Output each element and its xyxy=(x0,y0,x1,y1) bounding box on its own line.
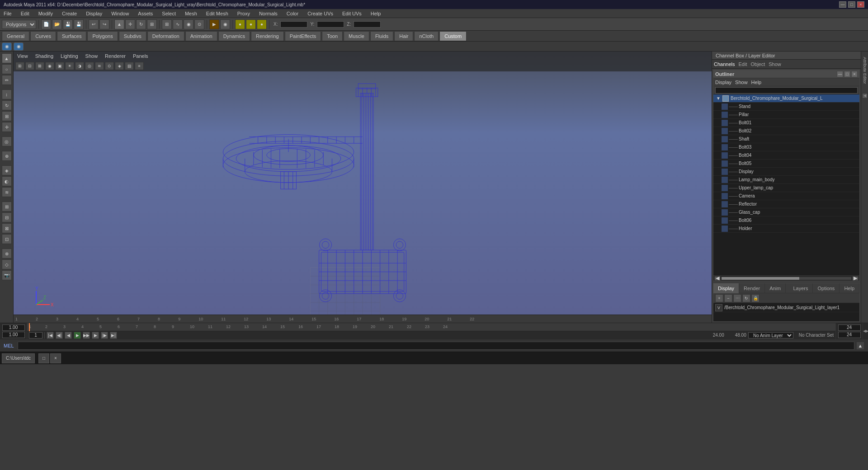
move-tool-left[interactable]: ↕ xyxy=(2,89,12,99)
transform-tool[interactable]: ✛ xyxy=(2,122,12,132)
le-tab-help[interactable]: Help xyxy=(840,283,859,293)
vp-lights[interactable]: ☀ xyxy=(65,62,74,70)
paint-tool[interactable]: ✏ xyxy=(2,75,12,85)
next-key-btn[interactable]: |▶ xyxy=(101,332,108,339)
ol-item-bolt01[interactable]: —— Bolt01 xyxy=(713,119,859,127)
le-new-layer[interactable]: + xyxy=(715,294,723,302)
vp-shadows[interactable]: ◑ xyxy=(75,62,84,70)
go-end-btn[interactable]: ▶| xyxy=(110,332,117,339)
taskbar-minimize[interactable]: □ xyxy=(38,353,49,363)
go-start-btn[interactable]: |◀ xyxy=(47,332,54,339)
menu-edit[interactable]: Edit xyxy=(19,11,31,16)
viewport[interactable]: View Shading Lighting Show Renderer Pane… xyxy=(14,52,712,323)
cloth-tool[interactable]: ≋ xyxy=(2,187,12,197)
taskbar-app-btn[interactable]: C:\Users\tdc xyxy=(2,353,35,363)
ol-item-glass-cap[interactable]: —— Glass_cap xyxy=(713,208,859,216)
menu-proxy[interactable]: Proxy xyxy=(236,11,252,16)
vp-smooth[interactable]: ◉ xyxy=(45,62,54,70)
grid-btn[interactable]: ⊞ xyxy=(2,202,12,212)
rotate-tool-left[interactable]: ↻ xyxy=(2,100,12,110)
show-manip[interactable]: ⊕ xyxy=(2,151,12,161)
scroll-left-btn[interactable]: ◀ xyxy=(714,276,721,281)
minimize-btn[interactable]: — xyxy=(839,1,846,8)
menu-file[interactable]: File xyxy=(2,11,14,16)
menu-edit-uvs[interactable]: Edit UVs xyxy=(340,11,363,16)
le-tab-display[interactable]: Display xyxy=(713,283,739,293)
attr-editor-label[interactable]: Attribute Editor xyxy=(863,57,867,84)
cb-tab-show[interactable]: Show xyxy=(769,61,781,67)
sculpt-tool[interactable]: ◐ xyxy=(2,176,12,186)
prev-frame-btn[interactable]: ◀ xyxy=(65,332,72,339)
layer-item-1[interactable]: V /Berchtold_Chromophare_Modular_Surgica… xyxy=(713,303,859,312)
cb-tab-channels[interactable]: Channels xyxy=(714,61,735,67)
outliner-search-input[interactable] xyxy=(715,87,858,94)
vp-ao[interactable]: ◎ xyxy=(85,62,94,70)
outliner-min-btn[interactable]: — xyxy=(837,71,843,77)
ol-item-root[interactable]: ▼ Berchtold_Chromophare_Modular_Surgical… xyxy=(713,94,859,103)
ol-item-bolt04[interactable]: —— Bolt04 xyxy=(713,151,859,160)
timeline[interactable]: 1 2 3 4 5 6 7 8 9 10 11 12 13 14 15 16 1… xyxy=(27,323,835,339)
rotate-tool[interactable]: ↻ xyxy=(136,19,146,29)
tab-deformation[interactable]: Deformation xyxy=(147,31,184,41)
render-btn[interactable]: ▶ xyxy=(209,19,219,29)
tab-subdivs[interactable]: Subdivs xyxy=(119,31,146,41)
start-frame-input2[interactable] xyxy=(2,332,25,338)
window-controls[interactable]: — □ × xyxy=(839,1,864,8)
menu-select[interactable]: Select xyxy=(160,11,178,16)
viewport-show-menu[interactable]: Show xyxy=(85,53,98,59)
prev-key-btn[interactable]: ◀| xyxy=(56,332,63,339)
anim-layer-select[interactable]: No Anim Layer xyxy=(748,332,793,338)
scale-tool-left[interactable]: ⊞ xyxy=(2,111,12,121)
tab-rendering[interactable]: Rendering xyxy=(251,31,284,41)
menu-assets[interactable]: Assets xyxy=(136,11,155,16)
scrollbar-thumb[interactable] xyxy=(722,277,799,280)
light1[interactable]: ● xyxy=(235,19,245,29)
vp-isolate[interactable]: ◈ xyxy=(115,62,124,70)
taskbar-close[interactable]: × xyxy=(50,353,61,363)
viewport-renderer-menu[interactable]: Renderer xyxy=(105,53,126,59)
current-frame-input[interactable] xyxy=(29,332,42,338)
tab-fluids[interactable]: Fluids xyxy=(370,31,393,41)
attr-collapse-btn[interactable]: ◀ xyxy=(862,93,868,99)
end-frame-input2[interactable] xyxy=(838,332,861,338)
menu-mesh[interactable]: Mesh xyxy=(183,11,199,16)
new-scene-btn[interactable]: 📄 xyxy=(41,19,51,29)
le-lock-btn[interactable]: 🔒 xyxy=(751,294,760,302)
z-coord-input[interactable] xyxy=(354,21,381,28)
tab-general[interactable]: General xyxy=(2,31,29,41)
next-frame-btn[interactable]: ▶ xyxy=(92,332,99,339)
menu-color[interactable]: Color xyxy=(285,11,300,16)
vp-bkgd[interactable]: ▤ xyxy=(125,62,134,70)
redo-btn[interactable]: ↪ xyxy=(99,19,109,29)
ol-item-bolt05[interactable]: —— Bolt05 xyxy=(713,160,859,168)
le-tab-opts2[interactable]: Options xyxy=(813,283,840,293)
menu-edit-mesh[interactable]: Edit Mesh xyxy=(204,11,230,16)
ipr-btn[interactable]: ◉ xyxy=(220,19,230,29)
attribute-editor-strip[interactable]: Attribute Editor ◀ xyxy=(861,52,868,323)
ol-item-bolt06[interactable]: —— Bolt06 xyxy=(713,216,859,225)
menu-display[interactable]: Display xyxy=(84,11,104,16)
tab-ncloth[interactable]: nCloth xyxy=(414,31,439,41)
menu-help[interactable]: Help xyxy=(369,11,383,16)
le-refresh-btn[interactable]: ↻ xyxy=(742,294,750,302)
undo-btn[interactable]: ↩ xyxy=(89,19,99,29)
scale-tool[interactable]: ⊞ xyxy=(147,19,157,29)
tab-surfaces[interactable]: Surfaces xyxy=(57,31,86,41)
snap-grid[interactable]: ⊞ xyxy=(162,19,172,29)
end-frame-input[interactable] xyxy=(838,324,861,331)
menu-create[interactable]: Create xyxy=(60,11,79,16)
tab-muscle[interactable]: Muscle xyxy=(344,31,369,41)
script-editor-btn[interactable]: ▲ xyxy=(856,342,864,350)
tab-painteffects[interactable]: PaintEffects xyxy=(285,31,321,41)
vp-dof[interactable]: ⊙ xyxy=(105,62,114,70)
frame-marker[interactable] xyxy=(29,323,30,331)
save-as-btn[interactable]: 💾 xyxy=(74,19,84,29)
cb-tab-edit[interactable]: Edit xyxy=(738,61,747,67)
viewport-view-menu[interactable]: View xyxy=(17,53,28,59)
grid3-btn[interactable]: ⊠ xyxy=(2,223,12,233)
outliner-close-btn[interactable]: × xyxy=(851,71,858,77)
mel-command-input[interactable] xyxy=(18,342,854,350)
x-coord-input[interactable] xyxy=(280,21,307,28)
tab-polygons[interactable]: Polygons xyxy=(87,31,118,41)
outliner-display-menu[interactable]: Display xyxy=(715,80,731,85)
